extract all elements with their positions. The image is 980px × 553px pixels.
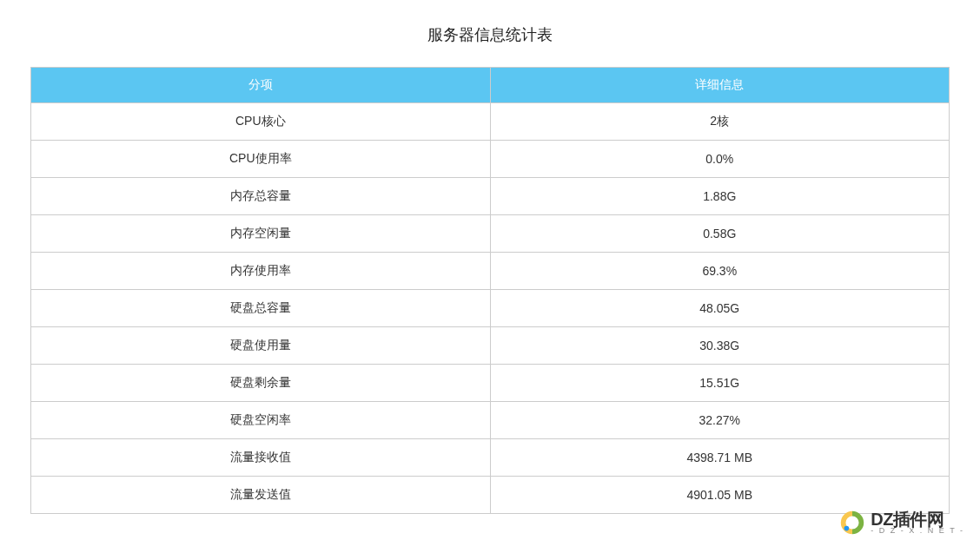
logo-icon [838,508,867,537]
row-label: 硬盘总容量 [31,290,491,327]
row-value: 32.27% [490,402,950,439]
header-category: 分项 [31,68,491,103]
row-value: 1.88G [490,178,950,215]
watermark-brand: DZ插件网 [871,510,964,528]
row-label: 内存使用率 [31,253,491,290]
watermark-subtext: - D Z - X . N E T - [871,527,964,535]
row-label: CPU使用率 [31,141,491,178]
row-label: 流量发送值 [31,477,491,514]
table-row: 硬盘总容量 48.05G [31,290,950,327]
table-row: CPU使用率 0.0% [31,141,950,178]
row-label: 内存空闲量 [31,215,491,253]
row-value: 2核 [490,103,950,141]
table-row: 硬盘空闲率 32.27% [31,402,950,439]
row-label: CPU核心 [31,103,491,141]
row-value: 30.38G [490,327,950,365]
row-label: 流量接收值 [31,439,491,477]
table-row: 内存空闲量 0.58G [31,215,950,253]
row-label: 硬盘剩余量 [31,365,491,402]
table-row: 硬盘使用量 30.38G [31,327,950,365]
row-value: 69.3% [490,253,950,290]
row-label: 硬盘空闲率 [31,402,491,439]
table-row: CPU核心 2核 [31,103,950,141]
row-value: 4398.71 MB [490,439,950,477]
page-title: 服务器信息统计表 [30,24,950,45]
table-row: 流量接收值 4398.71 MB [31,439,950,477]
svg-point-0 [844,526,850,531]
table-row: 硬盘剩余量 15.51G [31,365,950,402]
row-value: 48.05G [490,290,950,327]
row-label: 内存总容量 [31,178,491,215]
table-header-row: 分项 详细信息 [31,68,950,103]
table-row: 内存使用率 69.3% [31,253,950,290]
watermark-text: DZ插件网 - D Z - X . N E T - [871,510,964,535]
row-label: 硬盘使用量 [31,327,491,365]
page-container: 服务器信息统计表 分项 详细信息 CPU核心 2核 CPU使用率 0.0% 内存… [0,0,980,514]
table-row: 内存总容量 1.88G [31,178,950,215]
table-row: 流量发送值 4901.05 MB [31,477,950,514]
header-detail: 详细信息 [490,68,950,103]
row-value: 15.51G [490,365,950,402]
row-value: 0.58G [490,215,950,253]
row-value: 0.0% [490,141,950,178]
server-info-table: 分项 详细信息 CPU核心 2核 CPU使用率 0.0% 内存总容量 1.88G… [30,67,950,514]
watermark: DZ插件网 - D Z - X . N E T - [838,508,964,537]
